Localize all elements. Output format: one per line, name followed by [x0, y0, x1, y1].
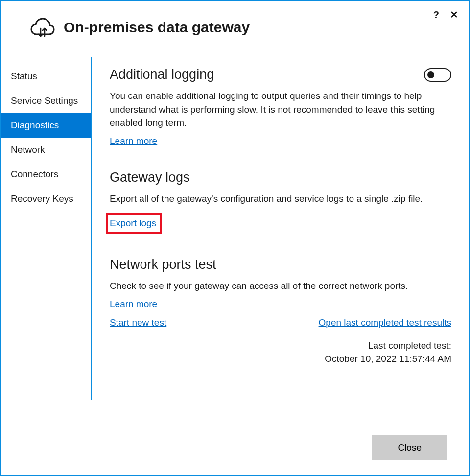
page-title: On-premises data gateway	[64, 19, 250, 36]
sidebar-item-network[interactable]: Network	[1, 138, 91, 162]
additional-logging-desc: You can enable additional logging to out…	[110, 89, 451, 130]
close-icon[interactable]: ✕	[450, 9, 458, 21]
gateway-logs-title: Gateway logs	[110, 170, 451, 185]
main-content: Additional logging You can enable additi…	[92, 57, 469, 400]
footer: Close	[372, 435, 447, 460]
sidebar-item-connectors[interactable]: Connectors	[1, 162, 91, 187]
sidebar: Status Service Settings Diagnostics Netw…	[1, 57, 92, 400]
last-completed-test-value: October 10, 2022 11:57:44 AM	[110, 352, 451, 366]
section-gateway-logs: Gateway logs Export all of the gateway's…	[110, 170, 451, 234]
section-network-ports-test: Network ports test Check to see if your …	[110, 257, 451, 366]
sidebar-item-service-settings[interactable]: Service Settings	[1, 89, 91, 113]
close-button[interactable]: Close	[372, 435, 447, 460]
additional-logging-title: Additional logging	[110, 67, 214, 82]
cloud-icon	[30, 17, 55, 38]
additional-logging-toggle[interactable]	[424, 68, 451, 82]
section-additional-logging: Additional logging You can enable additi…	[110, 67, 451, 146]
last-completed-test-label: Last completed test:	[110, 339, 451, 353]
gateway-logs-desc: Export all of the gateway's configuratio…	[110, 192, 451, 206]
additional-logging-learn-more-link[interactable]: Learn more	[110, 136, 157, 146]
sidebar-item-diagnostics[interactable]: Diagnostics	[1, 113, 91, 138]
network-ports-title: Network ports test	[110, 257, 451, 272]
help-icon[interactable]: ?	[433, 9, 439, 21]
start-new-test-link[interactable]: Start new test	[110, 317, 166, 328]
network-ports-desc: Check to see if your gateway can access …	[110, 279, 451, 293]
sidebar-item-status[interactable]: Status	[1, 64, 91, 89]
sidebar-item-recovery-keys[interactable]: Recovery Keys	[1, 187, 91, 211]
export-logs-link[interactable]: Export logs	[110, 218, 156, 229]
open-last-results-link[interactable]: Open last completed test results	[319, 317, 451, 328]
network-ports-learn-more-link[interactable]: Learn more	[110, 299, 157, 309]
app-header: On-premises data gateway	[9, 1, 461, 52]
export-logs-highlight: Export logs	[106, 213, 162, 234]
